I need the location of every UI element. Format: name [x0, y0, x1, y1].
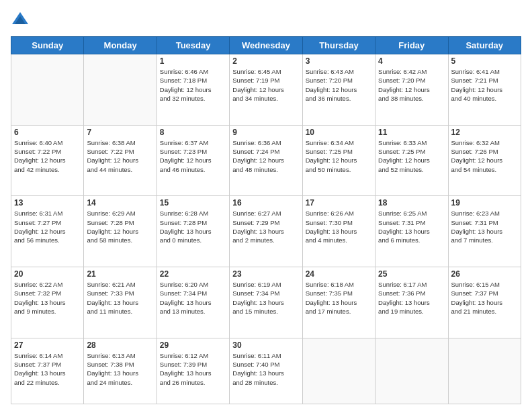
day-info: Sunrise: 6:11 AM Sunset: 7:40 PM Dayligh…	[232, 351, 299, 387]
weekday-header-wednesday: Wednesday	[230, 37, 302, 54]
week-row-1: 1Sunrise: 6:46 AM Sunset: 7:18 PM Daylig…	[11, 54, 521, 126]
day-number: 1	[160, 56, 226, 66]
day-cell-11: 11Sunrise: 6:33 AM Sunset: 7:25 PM Dayli…	[375, 125, 448, 196]
day-number: 4	[378, 56, 445, 66]
day-cell-25: 25Sunrise: 6:17 AM Sunset: 7:36 PM Dayli…	[375, 267, 448, 338]
day-number: 20	[14, 269, 81, 279]
day-number: 27	[14, 340, 81, 350]
day-info: Sunrise: 6:28 AM Sunset: 7:28 PM Dayligh…	[160, 209, 226, 244]
day-number: 15	[160, 198, 226, 208]
weekday-header-sunday: Sunday	[11, 37, 84, 54]
day-cell-26: 26Sunrise: 6:15 AM Sunset: 7:37 PM Dayli…	[448, 267, 521, 338]
day-info: Sunrise: 6:19 AM Sunset: 7:34 PM Dayligh…	[232, 280, 299, 316]
week-row-4: 20Sunrise: 6:22 AM Sunset: 7:32 PM Dayli…	[11, 267, 521, 338]
week-row-5: 27Sunrise: 6:14 AM Sunset: 7:37 PM Dayli…	[11, 338, 521, 404]
empty-cell	[84, 54, 157, 126]
day-number: 29	[160, 340, 226, 350]
day-cell-20: 20Sunrise: 6:22 AM Sunset: 7:32 PM Dayli…	[11, 267, 84, 338]
day-number: 22	[160, 269, 226, 279]
logo	[11, 11, 32, 30]
day-cell-14: 14Sunrise: 6:29 AM Sunset: 7:28 PM Dayli…	[84, 196, 157, 267]
day-info: Sunrise: 6:18 AM Sunset: 7:35 PM Dayligh…	[306, 280, 372, 316]
day-info: Sunrise: 6:45 AM Sunset: 7:19 PM Dayligh…	[232, 67, 299, 103]
weekday-header-row: SundayMondayTuesdayWednesdayThursdayFrid…	[11, 37, 521, 54]
weekday-header-saturday: Saturday	[448, 37, 521, 54]
day-number: 30	[232, 340, 299, 350]
day-cell-12: 12Sunrise: 6:32 AM Sunset: 7:26 PM Dayli…	[448, 125, 521, 196]
day-cell-21: 21Sunrise: 6:21 AM Sunset: 7:33 PM Dayli…	[84, 267, 157, 338]
day-cell-23: 23Sunrise: 6:19 AM Sunset: 7:34 PM Dayli…	[230, 267, 302, 338]
day-number: 2	[232, 56, 299, 66]
weekday-header-thursday: Thursday	[302, 37, 375, 54]
day-cell-7: 7Sunrise: 6:38 AM Sunset: 7:22 PM Daylig…	[84, 125, 157, 196]
day-number: 18	[378, 198, 445, 208]
day-info: Sunrise: 6:12 AM Sunset: 7:39 PM Dayligh…	[160, 351, 226, 387]
day-info: Sunrise: 6:14 AM Sunset: 7:37 PM Dayligh…	[14, 351, 81, 387]
day-cell-4: 4Sunrise: 6:42 AM Sunset: 7:20 PM Daylig…	[375, 54, 448, 126]
day-number: 19	[451, 198, 518, 208]
weekday-header-monday: Monday	[84, 37, 157, 54]
day-cell-29: 29Sunrise: 6:12 AM Sunset: 7:39 PM Dayli…	[157, 338, 229, 404]
day-info: Sunrise: 6:13 AM Sunset: 7:38 PM Dayligh…	[87, 351, 153, 387]
day-number: 12	[451, 128, 518, 137]
day-number: 14	[87, 198, 153, 208]
weekday-header-tuesday: Tuesday	[157, 37, 229, 54]
day-info: Sunrise: 6:25 AM Sunset: 7:31 PM Dayligh…	[378, 209, 445, 244]
day-info: Sunrise: 6:38 AM Sunset: 7:22 PM Dayligh…	[87, 138, 153, 174]
day-cell-13: 13Sunrise: 6:31 AM Sunset: 7:27 PM Dayli…	[11, 196, 84, 267]
weekday-header-friday: Friday	[375, 37, 448, 54]
empty-cell	[375, 338, 448, 404]
day-info: Sunrise: 6:41 AM Sunset: 7:21 PM Dayligh…	[451, 67, 518, 103]
day-number: 8	[160, 128, 226, 137]
logo-icon	[11, 11, 30, 30]
day-info: Sunrise: 6:32 AM Sunset: 7:26 PM Dayligh…	[451, 138, 518, 174]
day-number: 10	[306, 128, 372, 137]
day-info: Sunrise: 6:29 AM Sunset: 7:28 PM Dayligh…	[87, 209, 153, 244]
day-cell-24: 24Sunrise: 6:18 AM Sunset: 7:35 PM Dayli…	[302, 267, 375, 338]
day-number: 6	[14, 128, 81, 137]
day-number: 3	[306, 56, 372, 66]
day-cell-5: 5Sunrise: 6:41 AM Sunset: 7:21 PM Daylig…	[448, 54, 521, 126]
day-info: Sunrise: 6:33 AM Sunset: 7:25 PM Dayligh…	[378, 138, 445, 174]
day-cell-27: 27Sunrise: 6:14 AM Sunset: 7:37 PM Dayli…	[11, 338, 84, 404]
day-info: Sunrise: 6:20 AM Sunset: 7:34 PM Dayligh…	[160, 280, 226, 316]
empty-cell	[302, 338, 375, 404]
day-info: Sunrise: 6:43 AM Sunset: 7:20 PM Dayligh…	[306, 67, 372, 103]
day-info: Sunrise: 6:27 AM Sunset: 7:29 PM Dayligh…	[232, 209, 299, 244]
day-info: Sunrise: 6:22 AM Sunset: 7:32 PM Dayligh…	[14, 280, 81, 316]
day-cell-18: 18Sunrise: 6:25 AM Sunset: 7:31 PM Dayli…	[375, 196, 448, 267]
day-cell-1: 1Sunrise: 6:46 AM Sunset: 7:18 PM Daylig…	[157, 54, 229, 126]
day-info: Sunrise: 6:15 AM Sunset: 7:37 PM Dayligh…	[451, 280, 518, 316]
day-cell-9: 9Sunrise: 6:36 AM Sunset: 7:24 PM Daylig…	[230, 125, 302, 196]
header	[11, 11, 521, 30]
day-info: Sunrise: 6:23 AM Sunset: 7:31 PM Dayligh…	[451, 209, 518, 244]
day-cell-6: 6Sunrise: 6:40 AM Sunset: 7:22 PM Daylig…	[11, 125, 84, 196]
day-info: Sunrise: 6:42 AM Sunset: 7:20 PM Dayligh…	[378, 67, 445, 103]
day-info: Sunrise: 6:37 AM Sunset: 7:23 PM Dayligh…	[160, 138, 226, 174]
day-number: 26	[451, 269, 518, 279]
day-cell-3: 3Sunrise: 6:43 AM Sunset: 7:20 PM Daylig…	[302, 54, 375, 126]
day-info: Sunrise: 6:17 AM Sunset: 7:36 PM Dayligh…	[378, 280, 445, 316]
day-info: Sunrise: 6:21 AM Sunset: 7:33 PM Dayligh…	[87, 280, 153, 316]
day-number: 24	[306, 269, 372, 279]
page: SundayMondayTuesdayWednesdayThursdayFrid…	[0, 0, 532, 411]
day-number: 28	[87, 340, 153, 350]
day-info: Sunrise: 6:40 AM Sunset: 7:22 PM Dayligh…	[14, 138, 81, 174]
week-row-3: 13Sunrise: 6:31 AM Sunset: 7:27 PM Dayli…	[11, 196, 521, 267]
day-cell-28: 28Sunrise: 6:13 AM Sunset: 7:38 PM Dayli…	[84, 338, 157, 404]
day-info: Sunrise: 6:46 AM Sunset: 7:18 PM Dayligh…	[160, 67, 226, 103]
calendar-table: SundayMondayTuesdayWednesdayThursdayFrid…	[11, 36, 521, 404]
day-cell-30: 30Sunrise: 6:11 AM Sunset: 7:40 PM Dayli…	[230, 338, 302, 404]
day-cell-19: 19Sunrise: 6:23 AM Sunset: 7:31 PM Dayli…	[448, 196, 521, 267]
day-number: 11	[378, 128, 445, 137]
day-cell-15: 15Sunrise: 6:28 AM Sunset: 7:28 PM Dayli…	[157, 196, 229, 267]
day-info: Sunrise: 6:36 AM Sunset: 7:24 PM Dayligh…	[232, 138, 299, 174]
week-row-2: 6Sunrise: 6:40 AM Sunset: 7:22 PM Daylig…	[11, 125, 521, 196]
day-number: 9	[232, 128, 299, 137]
day-cell-10: 10Sunrise: 6:34 AM Sunset: 7:25 PM Dayli…	[302, 125, 375, 196]
day-number: 5	[451, 56, 518, 66]
day-info: Sunrise: 6:26 AM Sunset: 7:30 PM Dayligh…	[306, 209, 372, 244]
day-number: 23	[232, 269, 299, 279]
day-number: 7	[87, 128, 153, 137]
day-info: Sunrise: 6:31 AM Sunset: 7:27 PM Dayligh…	[14, 209, 81, 244]
